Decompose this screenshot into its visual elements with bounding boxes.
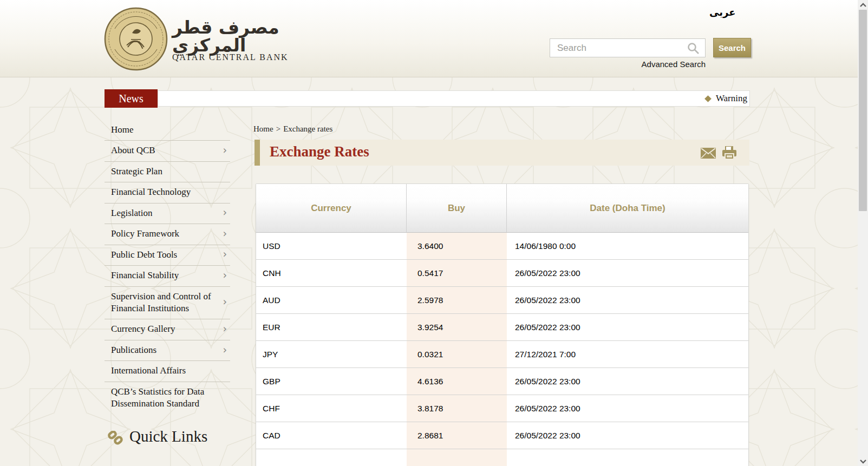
buy-cell: 2.5978 (407, 287, 507, 313)
table-header-row: CurrencyBuyDate (Doha Time) (256, 184, 748, 233)
news-ticker: Warning (158, 90, 750, 107)
search-input[interactable] (550, 39, 705, 57)
chevron-right-icon: › (223, 343, 227, 356)
sidebar-item[interactable]: Currency Gallery› (105, 319, 230, 340)
advanced-search-link[interactable]: Advanced Search (628, 60, 706, 69)
scrollbar-thumb[interactable] (859, 10, 867, 211)
sidebar-item[interactable]: QCB’s Statistics for Data Dissemination … (105, 382, 230, 415)
news-ticker-item[interactable]: Warning (706, 91, 747, 106)
buy-cell: 3.9254 (407, 314, 507, 340)
bank-name-english: QATAR CENTRAL BANK (172, 52, 289, 62)
table-row: EUR3.925426/05/2022 23:00 (256, 314, 748, 341)
currency-cell: USD (256, 233, 407, 259)
email-icon[interactable] (701, 148, 716, 159)
page-header: مصرف قطر المركزي QATAR CENTRAL BANK عربى… (0, 0, 858, 77)
date-cell: 26/05/2022 23:00 (507, 314, 748, 340)
sidebar-item-label: QCB’s Statistics for Data Dissemination … (111, 386, 204, 409)
scroll-down-arrow-icon[interactable] (858, 457, 868, 466)
currency-cell: CHF (256, 395, 407, 422)
sidebar-item-label: Strategic Plan (111, 166, 162, 176)
arabic-language-link[interactable]: عربى (709, 6, 735, 18)
table-row-partial (256, 449, 748, 466)
chevron-right-icon: › (223, 268, 227, 282)
title-accent-bar (254, 140, 260, 166)
chevron-right-icon: › (223, 322, 227, 336)
quick-links-heading: Quick Links (105, 428, 207, 445)
search-button[interactable]: Search (713, 38, 751, 57)
date-cell: 14/06/1980 0:00 (507, 233, 748, 259)
chevron-right-icon: › (223, 247, 227, 261)
breadcrumb: Home>Exchange rates (253, 124, 332, 134)
qcb-seal-logo (104, 7, 168, 71)
scroll-up-arrow-icon[interactable] (858, 0, 868, 9)
page-title: Exchange Rates (270, 143, 369, 160)
table-row: GBP4.613626/05/2022 23:00 (256, 368, 748, 395)
sidebar-item[interactable]: Publications› (105, 340, 230, 361)
table-row: AUD2.597826/05/2022 23:00 (256, 287, 748, 314)
column-header: Currency (256, 184, 407, 232)
sidebar-item-label: International Affairs (111, 365, 186, 376)
page-title-bar: Exchange Rates (254, 140, 749, 166)
buy-cell: 4.6136 (407, 368, 507, 395)
sidebar-item-label: Supervision and Control of Financial Ins… (111, 291, 211, 313)
search-icon[interactable] (687, 42, 701, 55)
buy-cell: 2.8681 (407, 422, 507, 449)
sidebar-item[interactable]: Policy Framework› (105, 224, 230, 245)
table-body: USD3.640014/06/1980 0:00CNH0.541726/05/2… (256, 233, 748, 466)
news-ticker-text: Warning (716, 93, 747, 104)
bank-name-arabic-calligraphy: مصرف قطر المركزي (172, 18, 297, 54)
buy-cell (407, 449, 507, 466)
exchange-rates-table: CurrencyBuyDate (Doha Time) USD3.640014/… (256, 183, 749, 466)
buy-cell: 0.5417 (407, 260, 507, 286)
currency-cell: CNH (256, 260, 407, 286)
currency-cell (256, 449, 407, 466)
chain-link-icon (108, 431, 124, 445)
sidebar-item[interactable]: About QCB› (105, 141, 230, 161)
print-icon[interactable] (721, 146, 738, 160)
quick-links-title: Quick Links (129, 428, 207, 445)
sidebar-item-label: About QCB (111, 145, 155, 155)
currency-cell: EUR (256, 314, 407, 340)
sidebar-item-label: Financial Stability (111, 270, 179, 280)
sidebar-item[interactable]: Strategic Plan (105, 162, 230, 182)
sidebar-item[interactable]: Public Debt Tools› (105, 245, 230, 266)
table-row: CAD2.868126/05/2022 23:00 (256, 422, 748, 449)
chevron-right-icon: › (223, 143, 227, 157)
column-header: Buy (407, 184, 507, 232)
table-row: CHF3.817826/05/2022 23:00 (256, 395, 748, 422)
sidebar-item[interactable]: Financial Technology (105, 182, 230, 203)
sidebar-item[interactable]: Supervision and Control of Financial Ins… (105, 287, 230, 320)
currency-cell: CAD (256, 422, 407, 449)
date-cell (507, 449, 748, 466)
breadcrumb-current: Exchange rates (283, 124, 332, 133)
chevron-right-icon: › (223, 227, 227, 240)
sidebar-item[interactable]: International Affairs (105, 361, 230, 382)
chevron-right-icon: › (223, 206, 227, 219)
date-cell: 26/05/2022 23:00 (507, 395, 748, 422)
sidebar-item-label: Policy Framework (111, 228, 179, 239)
sidebar-item[interactable]: Legislation› (105, 204, 230, 224)
sidebar-menu: HomeAbout QCB›Strategic PlanFinancial Te… (105, 120, 230, 415)
sidebar-item-label: Publications (111, 345, 156, 355)
date-cell: 26/05/2022 23:00 (507, 422, 748, 449)
sidebar-item[interactable]: Home (105, 120, 230, 141)
buy-cell: 3.6400 (407, 233, 507, 259)
sidebar-item[interactable]: Financial Stability› (105, 266, 230, 286)
breadcrumb-separator: > (276, 124, 280, 133)
currency-cell: JPY (256, 341, 407, 367)
news-label: News (105, 89, 158, 108)
search-box (550, 38, 706, 57)
date-cell: 27/12/2021 7:00 (507, 341, 748, 367)
currency-cell: GBP (256, 368, 407, 395)
buy-cell: 0.0321 (407, 341, 507, 367)
breadcrumb-link[interactable]: Home (253, 124, 273, 133)
qcb-exchange-rates-page: مصرف قطر المركزي QATAR CENTRAL BANK عربى… (0, 0, 868, 466)
table-row: JPY0.032127/12/2021 7:00 (256, 341, 748, 368)
table-row: USD3.640014/06/1980 0:00 (256, 233, 748, 260)
date-cell: 26/05/2022 23:00 (507, 260, 748, 286)
diamond-bullet-icon (704, 95, 712, 102)
sidebar-item-label: Legislation (111, 208, 152, 218)
browser-scrollbar[interactable] (858, 0, 868, 466)
column-header: Date (Doha Time) (507, 184, 748, 232)
buy-cell: 3.8178 (407, 395, 507, 422)
